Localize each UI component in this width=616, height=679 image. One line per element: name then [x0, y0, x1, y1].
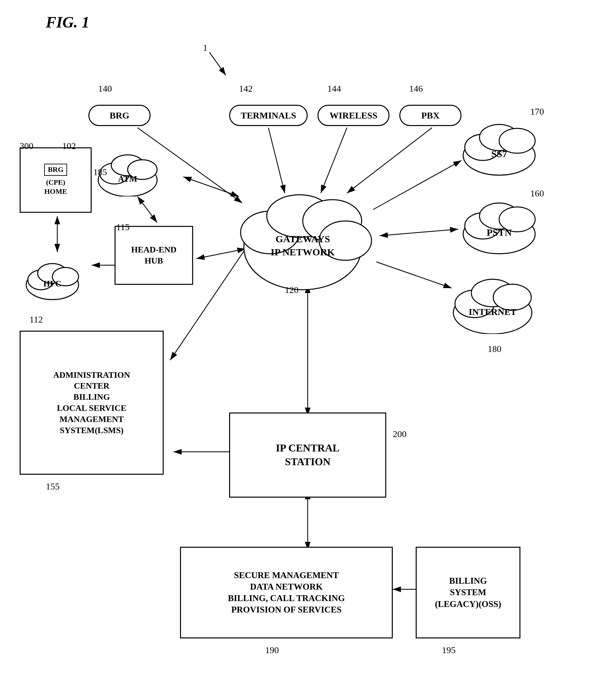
ref-155: 155 — [46, 481, 60, 492]
figure-title: FIG. 1 — [46, 13, 89, 31]
internet-cloud: INTERNET — [445, 265, 547, 334]
ip-central-station-box: IP CENTRALSTATION — [229, 413, 386, 497]
ref-102: 102 — [62, 141, 76, 151]
svg-line-4 — [209, 53, 226, 75]
svg-text:PSTN: PSTN — [487, 227, 512, 238]
admin-center-box: ADMINISTRATIONCENTERBILLINGLOCAL SERVICE… — [20, 331, 164, 475]
ref-144: 144 — [327, 84, 341, 94]
ref-112: 112 — [29, 314, 43, 325]
ref-115: 115 — [116, 222, 130, 232]
ref-170: 170 — [530, 106, 544, 117]
svg-text:SS7: SS7 — [491, 148, 507, 159]
pbx-pill: PBX — [399, 105, 461, 126]
ref-142: 142 — [239, 84, 253, 94]
svg-text:INTERNET: INTERNET — [469, 307, 517, 317]
pstn-cloud: PSTN — [455, 190, 550, 255]
svg-point-52 — [493, 284, 531, 310]
wireless-pill: WIRELESS — [318, 105, 389, 126]
head-end-hub-box: HEAD-ENDHUB — [115, 226, 193, 285]
ref-195: 195 — [442, 645, 456, 655]
brg-home-box: BRG (CPE)HOME — [20, 147, 92, 213]
ref-1: 1 — [203, 42, 207, 53]
ref-180: 180 — [488, 344, 501, 354]
ss7-cloud: SS7 — [455, 111, 550, 177]
ref-190: 190 — [265, 645, 279, 655]
svg-text:IP NETWORK: IP NETWORK — [271, 247, 335, 257]
secure-mgmt-box: SECURE MANAGEMENTDATA NETWORKBILLING, CA… — [180, 547, 393, 638]
ref-120: 120 — [285, 285, 298, 295]
svg-text:HFC: HFC — [43, 279, 62, 288]
ref-146: 146 — [409, 84, 423, 94]
ref-140: 140 — [98, 84, 112, 94]
terminals-pill: TERMINALS — [229, 105, 308, 126]
hfc-cloud: HFC — [20, 249, 95, 301]
svg-line-16 — [377, 262, 452, 288]
svg-text:GATEWAYS: GATEWAYS — [275, 233, 330, 244]
gateways-ip-cloud: GATEWAYS IP NETWORK — [223, 177, 386, 301]
svg-line-7 — [137, 196, 157, 223]
ref-200: 200 — [393, 429, 407, 439]
ref-160: 160 — [530, 188, 544, 199]
billing-system-box: BILLINGSYSTEM(LEGACY)(OSS) — [416, 547, 520, 638]
svg-text:ATM: ATM — [118, 174, 137, 184]
brg-pill: BRG — [88, 105, 151, 126]
svg-line-14 — [373, 160, 461, 209]
ref-300: 300 — [20, 141, 33, 151]
svg-line-15 — [380, 229, 458, 236]
ref-185: 185 — [93, 167, 107, 177]
